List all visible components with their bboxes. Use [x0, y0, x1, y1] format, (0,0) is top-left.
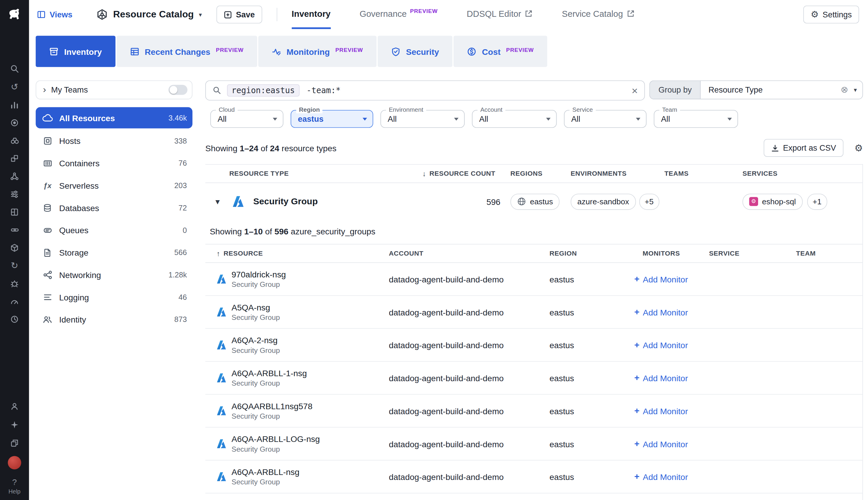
account-cell: datadog-agent-build-and-demo: [389, 439, 549, 448]
nav-profiling-gauge-icon[interactable]: [7, 296, 22, 306]
sidebar-item-databases[interactable]: Databases 72: [36, 196, 193, 219]
col-region: REGION: [549, 249, 634, 257]
nav-metrics-icon[interactable]: [7, 99, 22, 110]
nav-synthetics-icon[interactable]: ↻: [7, 260, 22, 271]
add-monitor-button[interactable]: +Add Monitor: [634, 373, 688, 383]
nav-software-catalog-icon[interactable]: [7, 242, 22, 253]
resource-catalog-title[interactable]: Resource Catalog ▾: [96, 8, 202, 21]
results-table: RESOURCE TYPE ↓ RESOURCE COUNT REGIONS E…: [205, 164, 863, 500]
nav-service-map-icon[interactable]: [7, 171, 22, 181]
tab-governance[interactable]: Governance PREVIEW: [359, 0, 438, 29]
region-cell: eastus: [549, 307, 634, 317]
group-name: Security Group: [253, 196, 318, 206]
user-avatar[interactable]: [8, 456, 21, 469]
resource-name: 970aldrick-nsg: [232, 270, 286, 279]
plus-icon: +: [634, 439, 640, 448]
account-cell: datadog-agent-build-and-demo: [389, 472, 549, 481]
add-monitor-button[interactable]: +Add Monitor: [634, 406, 688, 416]
nav-search-icon[interactable]: [7, 64, 22, 74]
sidebar-item-queues[interactable]: Queues 0: [36, 219, 193, 241]
add-monitor-button[interactable]: +Add Monitor: [634, 274, 688, 284]
table-row[interactable]: A6QAARBLL1nsg578 Security Group datadog-…: [205, 395, 863, 428]
sidebar-item-containers[interactable]: Containers 76: [36, 152, 193, 174]
sidebar-item-networking[interactable]: Networking 1.28k: [36, 263, 193, 286]
nav-watchdog-icon[interactable]: [7, 117, 22, 128]
sidebar-item-logging[interactable]: Logging 46: [36, 286, 193, 308]
my-teams-toggle[interactable]: [169, 85, 187, 95]
tab-ddsql-editor[interactable]: DDSQL Editor: [467, 0, 533, 29]
external-link-icon: [626, 9, 635, 18]
group-by-select[interactable]: Resource Type ⊗ ▾: [700, 80, 863, 99]
sidebar-item-storage[interactable]: Storage 566: [36, 241, 193, 263]
nav-dashboards-icon[interactable]: [7, 207, 22, 217]
table-row[interactable]: A6QA-ARBLL-LOG-nsg Security Group datado…: [205, 428, 863, 461]
service-filter[interactable]: Service All: [564, 110, 646, 128]
query-token[interactable]: -team:*: [305, 84, 343, 97]
nav-organizations-icon[interactable]: [7, 438, 22, 448]
sidebar-item-hosts[interactable]: Hosts 338: [36, 129, 193, 152]
environment-more-chip[interactable]: +5: [639, 193, 659, 209]
region-cell: eastus: [549, 472, 634, 481]
collapse-chevron-icon[interactable]: ▼: [212, 197, 223, 205]
sidebar-item-serverless[interactable]: ƒx Serverless 203: [36, 174, 193, 197]
clear-group-by-icon[interactable]: ⊗: [841, 86, 848, 94]
nav-ci-bug-icon[interactable]: [7, 278, 22, 288]
subtab-inventory[interactable]: Inventory: [36, 36, 115, 67]
nav-apm-link-icon[interactable]: [7, 224, 22, 235]
add-monitor-button[interactable]: +Add Monitor: [634, 439, 688, 448]
chevron-down-icon: [728, 118, 732, 120]
group-row-security-group[interactable]: ▼ Security Group 596 eastus az: [205, 183, 863, 220]
table-row[interactable]: A6QA-ARBLL-nsg Security Group datadog-ag…: [205, 461, 863, 493]
nav-containers-icon[interactable]: [7, 153, 22, 163]
team-filter[interactable]: Team All: [654, 110, 738, 128]
my-teams-expander[interactable]: › My Teams: [36, 80, 193, 99]
query-token[interactable]: region:eastus: [227, 84, 299, 97]
azure-icon: [232, 195, 245, 208]
sidebar-item-all-resources[interactable]: All Resources 3.46k: [36, 107, 193, 128]
subtab-cost[interactable]: Cost PREVIEW: [453, 36, 547, 67]
add-monitor-button[interactable]: +Add Monitor: [634, 307, 688, 317]
service-icon: ⚙: [749, 197, 758, 206]
subtab-security[interactable]: Security: [378, 36, 452, 67]
tab-service-catalog[interactable]: Service Catalog: [562, 0, 635, 29]
environment-chip[interactable]: azure-sandbox: [571, 193, 636, 209]
tab-inventory[interactable]: Inventory: [292, 0, 331, 29]
service-chip[interactable]: ⚙ eshop-sql: [742, 193, 802, 209]
table-row[interactable]: A6QA-ARBLL-1-nsg Security Group datadog-…: [205, 362, 863, 395]
help-button[interactable]: ? Help: [9, 477, 21, 495]
table-row[interactable]: 970aldrick-nsg Security Group datadog-ag…: [205, 263, 863, 296]
page-body: › My Teams All Resources 3.46k Hosts 338: [29, 67, 868, 500]
nav-infrastructure-icon[interactable]: [7, 135, 22, 146]
nav-whats-new-sparkle-icon[interactable]: [7, 419, 22, 430]
col-resource[interactable]: ↑ RESOURCE: [205, 249, 389, 257]
search-input[interactable]: region:eastus -team:* ×: [205, 80, 645, 101]
table-row[interactable]: A6QA-nsg Security Group datadog-agent-bu…: [205, 493, 863, 500]
environment-filter[interactable]: Environment All: [380, 110, 465, 128]
datadog-logo[interactable]: [0, 0, 29, 29]
settings-button[interactable]: ⚙ Settings: [803, 5, 859, 24]
top-nav: Inventory Governance PREVIEW DDSQL Edito…: [292, 0, 635, 29]
sidebar-item-identity[interactable]: Identity 873: [36, 308, 193, 330]
add-monitor-button[interactable]: +Add Monitor: [634, 472, 688, 481]
service-more-chip[interactable]: +1: [807, 193, 827, 209]
region-filter[interactable]: Region eastus: [290, 110, 373, 128]
table-row[interactable]: A5QA-nsg Security Group datadog-agent-bu…: [205, 296, 863, 329]
table-row[interactable]: A6QA-2-nsg Security Group datadog-agent-…: [205, 329, 863, 362]
nav-monitors-clock-icon[interactable]: [7, 314, 22, 324]
views-button[interactable]: Views: [37, 10, 72, 19]
nav-filter-sliders-icon[interactable]: [7, 189, 22, 199]
table-settings-gear-icon[interactable]: ⚙: [855, 143, 863, 153]
save-button[interactable]: Save: [216, 5, 262, 24]
cloud-filter[interactable]: Cloud All: [210, 110, 283, 128]
host-icon: [43, 136, 53, 145]
subtab-monitoring[interactable]: Monitoring PREVIEW: [258, 36, 377, 67]
clear-search-icon[interactable]: ×: [632, 85, 638, 96]
nav-account-icon[interactable]: [7, 401, 22, 411]
add-monitor-button[interactable]: +Add Monitor: [634, 340, 688, 350]
subtab-recent-changes[interactable]: Recent Changes PREVIEW: [116, 36, 257, 67]
region-chip[interactable]: eastus: [510, 193, 559, 209]
nav-history-icon[interactable]: ↺: [7, 81, 22, 92]
col-resource-count[interactable]: ↓ RESOURCE COUNT: [420, 170, 504, 178]
export-csv-button[interactable]: Export as CSV: [763, 139, 843, 157]
account-filter[interactable]: Account All: [472, 110, 557, 128]
